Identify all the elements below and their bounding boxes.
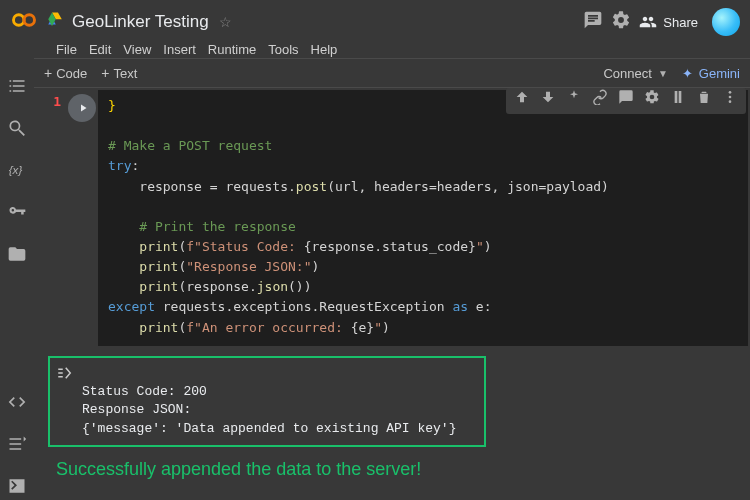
svg-point-5 [729, 101, 732, 104]
connect-button[interactable]: Connect ▼ [603, 66, 667, 81]
files-folder-icon[interactable] [7, 244, 27, 268]
menu-runtime[interactable]: Runtime [208, 42, 256, 57]
star-icon[interactable]: ☆ [219, 14, 232, 30]
variables-icon[interactable]: {x} [7, 160, 27, 184]
share-label: Share [663, 15, 698, 30]
menu-insert[interactable]: Insert [163, 42, 196, 57]
search-icon[interactable] [7, 118, 27, 142]
document-title[interactable]: GeoLinker Testing [72, 12, 209, 32]
output-line: Response JSON: [82, 402, 191, 417]
output-line: {'message': 'Data appended to existing A… [82, 421, 456, 436]
menu-edit[interactable]: Edit [89, 42, 111, 57]
sparkle-icon: ✦ [682, 66, 693, 81]
move-down-icon[interactable] [540, 89, 556, 112]
drive-logo-icon [46, 11, 64, 33]
sparkle-icon[interactable] [566, 89, 582, 112]
menu-file[interactable]: File [56, 42, 77, 57]
comment-icon[interactable] [618, 89, 634, 112]
output-toggle-icon[interactable] [56, 364, 74, 386]
menu-help[interactable]: Help [311, 42, 338, 57]
comments-icon[interactable] [583, 10, 603, 34]
settings-gear-icon[interactable] [611, 10, 631, 34]
more-vert-icon[interactable] [722, 89, 738, 112]
menu-tools[interactable]: Tools [268, 42, 298, 57]
svg-text:{x}: {x} [9, 163, 23, 176]
mirror-icon[interactable] [670, 89, 686, 112]
cell-gear-icon[interactable] [644, 89, 660, 112]
add-code-button[interactable]: +Code [44, 65, 87, 81]
svg-point-1 [24, 15, 35, 26]
trash-icon[interactable] [696, 89, 712, 112]
output-line: Status Code: 200 [82, 384, 207, 399]
move-up-icon[interactable] [514, 89, 530, 112]
colab-logo-icon [10, 6, 38, 38]
code-cell[interactable]: } # Make a POST request try: response = … [98, 90, 748, 346]
command-palette-icon[interactable] [7, 434, 27, 458]
annotation-caption: Successfully appended the data to the se… [56, 459, 750, 480]
secrets-key-icon[interactable] [7, 202, 27, 226]
svg-point-3 [729, 91, 732, 94]
menu-view[interactable]: View [123, 42, 151, 57]
svg-point-0 [14, 15, 25, 26]
run-cell-button[interactable] [68, 94, 96, 122]
cell-toolbar [506, 88, 746, 114]
terminal-icon[interactable] [7, 476, 27, 500]
code-snippets-icon[interactable] [7, 392, 27, 416]
cell-output: Status Code: 200 Response JSON: {'messag… [48, 356, 486, 447]
line-number: 1 [53, 94, 64, 109]
gemini-button[interactable]: ✦ Gemini [682, 66, 740, 81]
chevron-down-icon: ▼ [658, 68, 668, 79]
add-text-button[interactable]: +Text [101, 65, 137, 81]
svg-point-4 [729, 96, 732, 99]
toc-icon[interactable] [7, 76, 27, 100]
account-avatar[interactable] [712, 8, 740, 36]
share-button[interactable]: Share [639, 13, 698, 31]
link-icon[interactable] [592, 89, 608, 112]
